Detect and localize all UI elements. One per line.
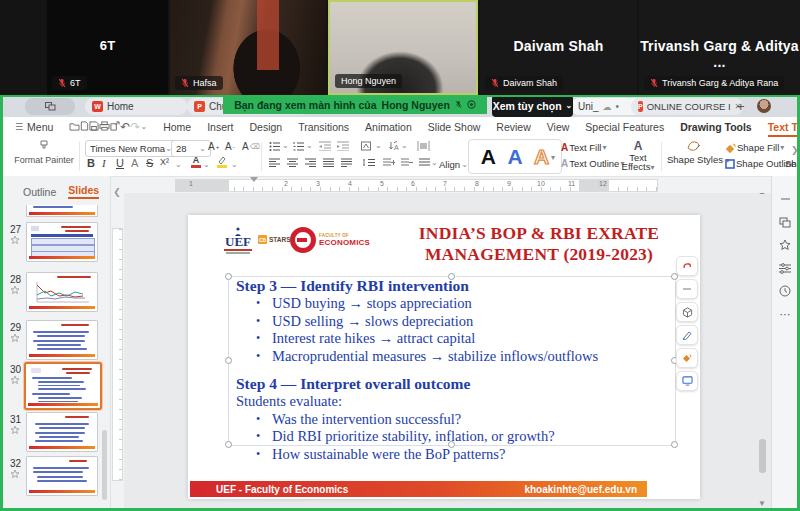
underline-button[interactable]: U (116, 157, 124, 169)
align-left-button[interactable] (269, 158, 280, 167)
shape-styles-button[interactable]: Shape Styles ▾ (667, 140, 721, 165)
selection-handle[interactable] (448, 441, 455, 448)
wordart-preset-blue[interactable]: A (507, 145, 522, 169)
collapse-tools-button[interactable] (676, 279, 698, 299)
selection-handle[interactable] (225, 273, 232, 280)
canvas-scrollbar[interactable] (759, 439, 766, 473)
italic-button[interactable]: I (102, 157, 106, 169)
slide-thumbnail-28[interactable] (26, 272, 98, 312)
bullet-list-button[interactable]: ⌄ (269, 141, 289, 151)
ribbon-tab-text-tools[interactable]: Text Tools (760, 121, 800, 133)
scroll-down-icon[interactable]: ▼ (758, 499, 766, 508)
redo-icon[interactable]: ↷ (130, 120, 140, 134)
paragraph-space-remove-button[interactable] (401, 158, 413, 167)
editing-canvas[interactable]: UEF CB STARS FACULTY OF ECONOMICS INDIA’… (124, 193, 771, 508)
indent-marker[interactable] (250, 177, 258, 182)
wordart-preset-box[interactable]: A A A (468, 139, 562, 174)
slideshow-from-here-button[interactable] (676, 371, 698, 391)
undo-icon[interactable]: ↶ (120, 120, 130, 134)
distribute-text-button[interactable] (417, 141, 430, 151)
save-icon[interactable] (89, 121, 99, 133)
ribbon-tab-drawing-tools[interactable]: Drawing Tools (672, 121, 760, 133)
format-painter-button[interactable]: Format Painter (13, 140, 75, 165)
shape-fill-button[interactable]: Shape Fill▾ (725, 142, 784, 153)
bold-button[interactable]: B (87, 157, 95, 169)
font-name-select[interactable]: Times New Roma ⌄ (85, 140, 177, 157)
text-fill-button[interactable]: A Text Fill▾ (561, 142, 606, 153)
ribbon-tab-insert[interactable]: Insert (199, 121, 241, 133)
slides-panel-scrollbar[interactable] (102, 430, 107, 500)
chevron-down-icon[interactable]: ⌄ (231, 161, 238, 169)
selection-handle[interactable] (448, 273, 455, 280)
slide-thumbnail-30-selected[interactable] (24, 362, 102, 410)
slide-thumbnail-27[interactable] (26, 222, 98, 262)
font-size-select[interactable]: 28 ⌄ (171, 140, 211, 157)
paragraph-space-add-button[interactable] (383, 158, 395, 167)
slide-thumbnail-31[interactable] (26, 412, 98, 452)
justify-button[interactable] (323, 158, 334, 167)
selection-handle[interactable] (225, 441, 232, 448)
highlight-color-button[interactable] (217, 156, 227, 168)
distribute-button[interactable] (341, 158, 352, 167)
menu-button[interactable]: ☰ Menu (7, 121, 61, 133)
increase-indent-button[interactable] (337, 141, 349, 151)
participant-tile-6t[interactable]: 6T 6T (47, 0, 168, 95)
ribbon-tab-animation[interactable]: Animation (357, 121, 420, 133)
slide-page[interactable]: UEF CB STARS FACULTY OF ECONOMICS INDIA’… (188, 215, 700, 499)
ribbon-tab-special-features[interactable]: Special Features (577, 121, 672, 133)
slide-thumbnail-29[interactable] (26, 320, 98, 360)
align-center-button[interactable] (287, 158, 298, 167)
print-icon[interactable] (99, 121, 110, 133)
slide-body-text[interactable]: Step 3 — Identify RBI intervention USD b… (236, 277, 686, 463)
tab-slides[interactable]: Slides (68, 184, 99, 199)
text-effects-button[interactable]: A Text Effects▾ (621, 139, 655, 172)
favorites-star-button[interactable] (778, 238, 792, 252)
open-folder-icon[interactable] (69, 121, 80, 133)
selection-handle[interactable] (671, 441, 678, 448)
annotate-pen-button[interactable] (676, 325, 698, 345)
text-outline-button[interactable]: A Text Outline▾ (561, 158, 624, 169)
ribbon-tab-transitions[interactable]: Transitions (290, 121, 357, 133)
more-tools-icon[interactable]: ⋯ (778, 307, 792, 321)
chevron-down-icon[interactable]: ⌄ (203, 161, 210, 169)
tab-document-3[interactable]: P ONLINE COURSE I ✕ (631, 98, 743, 115)
ribbon-tab-review[interactable]: Review (488, 121, 538, 133)
chevron-down-icon[interactable]: ⌄ (175, 161, 182, 169)
new-tab-button[interactable]: + (737, 99, 745, 114)
decrease-font-button[interactable]: A- (225, 141, 235, 152)
text-direction-button[interactable]: ⌄ (361, 141, 382, 151)
ruler-bar[interactable]: 1 2 3 4 5 6 7 8 9 10 11 12 (175, 179, 658, 192)
object-properties-button[interactable] (676, 302, 698, 322)
numbered-list-button[interactable]: ⌄ (293, 141, 313, 151)
account-avatar[interactable] (757, 99, 771, 113)
ai-helper-button[interactable] (676, 256, 698, 276)
ribbon-tab-design[interactable]: Design (241, 121, 290, 133)
view-options-button[interactable]: Xem tùy chọn ⌄ (492, 95, 573, 117)
chevron-down-icon[interactable]: ⌄ (140, 123, 147, 131)
history-clock-button[interactable] (778, 284, 792, 298)
settings-sliders-button[interactable] (778, 261, 792, 275)
wordart-more-icon[interactable]: ▾ (551, 154, 555, 162)
ribbon-tab-home[interactable]: Home (155, 121, 199, 133)
ribbon-tab-slide-show[interactable]: Slide Show (420, 121, 489, 133)
ribbon-tab-view[interactable]: View (539, 121, 578, 133)
decrease-indent-button[interactable] (319, 141, 331, 151)
clear-format-button[interactable]: A⌫ (242, 141, 260, 152)
fill-color-button[interactable] (676, 348, 698, 368)
slide-title[interactable]: INDIA’S BOP & RBI EXRATE MANAGEMENT (201… (386, 223, 692, 265)
tab-outline[interactable]: Outline (23, 186, 56, 198)
font-color-button[interactable]: A (191, 156, 201, 168)
strikethrough-button[interactable]: S (146, 157, 153, 169)
tab-home[interactable]: W Home (85, 98, 187, 115)
line-break-button[interactable]: A⌄ (389, 141, 408, 151)
export-icon[interactable] (110, 121, 120, 133)
participant-tile-daivam-shah[interactable]: Daivam Shah Daivam Shah (480, 0, 637, 95)
line-spacing-button[interactable] (363, 158, 375, 167)
hide-panel-button[interactable] (778, 192, 792, 206)
participant-tile-hong-nguyen[interactable]: Hong Nguyen (328, 0, 478, 95)
participant-tile-trivansh[interactable]: Trivansh Garg & Aditya ... Trivansh Garg… (639, 0, 800, 95)
selection-handle[interactable] (225, 357, 232, 364)
wordart-preset-outline[interactable]: A (534, 145, 549, 169)
slide-thumbnail-partial[interactable] (26, 205, 98, 217)
object-layers-button[interactable] (778, 215, 792, 229)
